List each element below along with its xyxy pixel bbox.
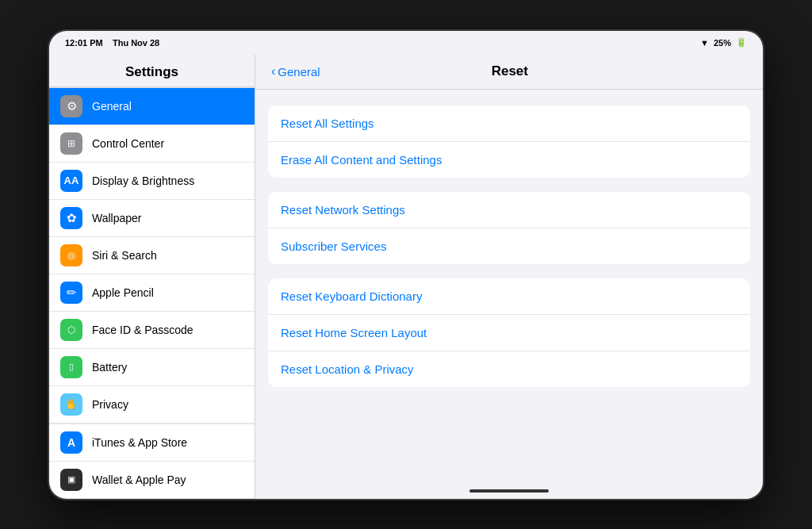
sidebar-item-label-face-id: Face ID & Passcode: [92, 324, 193, 336]
wifi-icon: ▼: [700, 38, 709, 48]
ipad-content: Settings ⚙ General ⊞ Control Center AA D…: [49, 55, 763, 499]
reset-location-privacy-label: Reset Location & Privacy: [281, 362, 414, 376]
sidebar-item-battery[interactable]: ▯ Battery: [49, 349, 255, 386]
sidebar-item-label-itunes: iTunes & App Store: [92, 436, 187, 449]
siri-icon: ◎: [60, 244, 82, 266]
privacy-icon: ✋: [60, 393, 82, 416]
sidebar-group-2: A iTunes & App Store ▣ Wallet & Apple Pa…: [49, 424, 255, 499]
reset-keyboard-label: Reset Keyboard Dictionary: [281, 289, 422, 303]
reset-group-1: Reset All Settings Erase All Content and…: [268, 105, 750, 178]
sidebar-item-label-wallpaper: Wallpaper: [92, 212, 142, 224]
reset-content-area: Reset All Settings Erase All Content and…: [255, 90, 763, 483]
sidebar-item-label-control-center: Control Center: [92, 137, 164, 150]
wallpaper-icon: ✿: [60, 207, 82, 229]
reset-group-2: Reset Network Settings Subscriber Servic…: [268, 192, 750, 264]
sidebar-item-label-battery: Battery: [92, 361, 127, 374]
ipad-frame: 12:01 PM Thu Nov 28 ▼ 25% 🔋 Settings ⚙ G…: [49, 31, 763, 499]
sidebar-item-apple-pencil[interactable]: ✏ Apple Pencil: [49, 274, 255, 312]
back-label: General: [278, 65, 320, 79]
home-indicator: [255, 483, 763, 499]
status-indicators: ▼ 25% 🔋: [700, 37, 747, 48]
reset-home-screen-label: Reset Home Screen Layout: [281, 326, 427, 339]
back-chevron-icon: ‹: [271, 64, 275, 79]
sidebar-item-control-center[interactable]: ⊞ Control Center: [49, 125, 255, 163]
subscriber-services-item[interactable]: Subscriber Services: [268, 228, 750, 264]
reset-network-label: Reset Network Settings: [281, 203, 405, 217]
main-header: ‹ General Reset: [255, 55, 763, 90]
subscriber-services-label: Subscriber Services: [281, 240, 386, 253]
status-time: 12:01 PM: [65, 38, 103, 48]
battery-icon: 🔋: [736, 37, 747, 48]
sidebar: Settings ⚙ General ⊞ Control Center AA D…: [49, 55, 255, 499]
reset-group-3: Reset Keyboard Dictionary Reset Home Scr…: [268, 278, 750, 387]
sidebar-title: Settings: [49, 55, 255, 87]
sidebar-item-itunes[interactable]: A iTunes & App Store: [49, 424, 255, 462]
reset-network-item[interactable]: Reset Network Settings: [268, 192, 750, 228]
battery-level: 25%: [714, 38, 731, 48]
display-brightness-icon: AA: [60, 170, 82, 192]
status-date: Thu Nov 28: [113, 38, 159, 48]
sidebar-item-general[interactable]: ⚙ General: [49, 87, 255, 125]
sidebar-item-face-id[interactable]: ⬡ Face ID & Passcode: [49, 312, 255, 349]
reset-all-settings-label: Reset All Settings: [281, 117, 374, 130]
reset-all-settings-item[interactable]: Reset All Settings: [268, 105, 750, 142]
reset-keyboard-item[interactable]: Reset Keyboard Dictionary: [268, 278, 750, 315]
sidebar-item-display-brightness[interactable]: AA Display & Brightness: [49, 163, 255, 200]
sidebar-item-siri-search[interactable]: ◎ Siri & Search: [49, 237, 255, 274]
battery-sidebar-icon: ▯: [60, 356, 82, 378]
erase-all-content-item[interactable]: Erase All Content and Settings: [268, 142, 750, 178]
wallet-icon: ▣: [60, 469, 82, 491]
reset-location-privacy-item[interactable]: Reset Location & Privacy: [268, 351, 750, 387]
control-center-icon: ⊞: [60, 132, 82, 155]
sidebar-item-wallet[interactable]: ▣ Wallet & Apple Pay: [49, 462, 255, 499]
apple-pencil-icon: ✏: [60, 282, 82, 304]
sidebar-item-label-general: General: [92, 100, 132, 113]
main-page-title: Reset: [320, 63, 699, 79]
sidebar-item-label-apple-pencil: Apple Pencil: [92, 286, 154, 299]
status-time-date: 12:01 PM Thu Nov 28: [65, 38, 159, 48]
erase-all-content-label: Erase All Content and Settings: [281, 153, 442, 167]
back-button[interactable]: ‹ General: [271, 64, 320, 79]
face-id-icon: ⬡: [60, 319, 82, 341]
sidebar-item-privacy[interactable]: ✋ Privacy: [49, 386, 255, 424]
sidebar-item-wallpaper[interactable]: ✿ Wallpaper: [49, 200, 255, 237]
itunes-icon: A: [60, 431, 82, 454]
sidebar-item-label-privacy: Privacy: [92, 398, 128, 411]
status-bar: 12:01 PM Thu Nov 28 ▼ 25% 🔋: [49, 31, 763, 55]
main-content: ‹ General Reset Reset All Settings Erase…: [255, 55, 763, 499]
sidebar-group-1: ⚙ General ⊞ Control Center AA Display & …: [49, 87, 255, 424]
reset-home-screen-item[interactable]: Reset Home Screen Layout: [268, 315, 750, 351]
sidebar-item-label-wallet: Wallet & Apple Pay: [92, 473, 186, 486]
home-bar: [469, 489, 549, 493]
sidebar-item-label-display-brightness: Display & Brightness: [92, 174, 194, 187]
general-icon: ⚙: [60, 95, 82, 117]
sidebar-item-label-siri: Siri & Search: [92, 249, 157, 262]
